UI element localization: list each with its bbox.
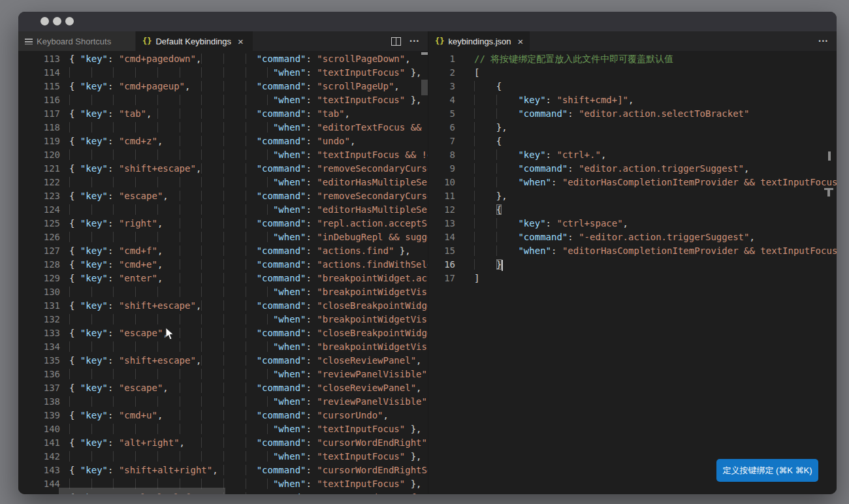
code-line[interactable]: 9 "command": "editor.action.triggerSugge… (428, 162, 837, 176)
code-line[interactable]: 8 "key": "ctrl+.", (428, 148, 837, 162)
indent-guide (201, 150, 223, 160)
indent-guide (267, 177, 272, 187)
code-line[interactable]: 124 "when": "editorHasMultipleSelections… (18, 203, 428, 217)
code-line[interactable]: 16 } (428, 258, 837, 272)
indent-guide (201, 95, 223, 105)
indent-guide (157, 204, 180, 215)
indent-guide (474, 163, 496, 174)
close-tab-icon[interactable]: × (238, 37, 244, 46)
code-line[interactable]: 136 "when": "reviewPanelVisible" }, (18, 368, 428, 381)
code-line[interactable]: 7 { (428, 134, 837, 148)
horizontal-scrollbar-thumb[interactable] (59, 488, 225, 494)
code-token: "shift+escape" (119, 355, 196, 366)
code-token: "repl.action.acceptSuggestion" (317, 218, 428, 228)
code-line[interactable]: 118 "when": "editorTextFocus && !editorR… (18, 121, 428, 134)
close-window-button[interactable] (40, 17, 49, 25)
split-editor-icon[interactable] (391, 37, 401, 46)
indent-guide (157, 108, 180, 119)
code-line[interactable]: 3 { (428, 80, 837, 93)
code-line[interactable]: 15 "when": "editorHasCompletionItemProvi… (428, 244, 837, 258)
more-actions-icon[interactable]: ••• (819, 38, 829, 44)
code-line[interactable]: 116 "when": "textInputFocus" }, (18, 93, 428, 107)
code-line[interactable]: 127{ "key": "cmd+f", "command": "actions… (18, 244, 428, 258)
indent-guide (113, 451, 135, 462)
code-line[interactable]: 131{ "key": "shift+escape", "command": "… (18, 299, 428, 313)
code-line[interactable]: 121{ "key": "shift+escape", "command": "… (18, 162, 428, 176)
code-token: "when" (273, 204, 306, 215)
code-line[interactable]: 134 "when": "breakpointWidgetVisible && … (18, 340, 428, 354)
code-line[interactable]: 114 "when": "textInputFocus" }, (18, 66, 428, 80)
code-line[interactable]: 4 "key": "shift+cmd+]", (428, 93, 837, 107)
maximize-window-button[interactable] (65, 17, 74, 25)
code-line[interactable]: 5 "command": "editor.action.selectToBrac… (428, 107, 837, 121)
vertical-scrollbar-thumb[interactable] (421, 80, 428, 95)
tab-default-keybindings[interactable]: {} Default Keybindings × (136, 31, 253, 51)
minimize-window-button[interactable] (53, 17, 61, 25)
default-keybindings-editor[interactable]: 113{ "key": "cmd+pagedown", "command": "… (18, 51, 428, 494)
code-line[interactable]: 122 "when": "editorHasMultipleSelections… (18, 176, 428, 189)
code-line[interactable]: 139{ "key": "cmd+u", "command": "cursorU… (18, 409, 428, 422)
indent-guide (157, 95, 180, 105)
indent-guide (223, 150, 246, 160)
indent-guide (135, 287, 157, 297)
indent-guide (246, 218, 257, 228)
indent-guide (180, 451, 202, 462)
code-token: }, (496, 122, 507, 133)
code-token: : (551, 245, 562, 256)
code-line[interactable]: 2[ (428, 66, 837, 80)
code-line[interactable]: 17] (428, 272, 837, 285)
code-line[interactable]: 125{ "key": "right", "command": "repl.ac… (18, 217, 428, 230)
indent-guide (201, 341, 223, 352)
code-line[interactable]: 135{ "key": "shift+escape", "command": "… (18, 354, 428, 368)
tab-keybindings-json[interactable]: {} keybindings.json × (428, 31, 530, 51)
tab-label: keybindings.json (448, 37, 511, 46)
code-line[interactable]: 137{ "key": "escape", "command": "closeR… (18, 381, 428, 395)
code-line[interactable]: 140 "when": "textInputFocus" }, (18, 422, 428, 436)
code-token: "command" (518, 108, 568, 119)
code-token: "textInputFocus" (317, 424, 405, 434)
code-line[interactable]: 12 { (428, 203, 837, 217)
keybindings-json-editor[interactable]: 1// 将按键绑定配置放入此文件中即可覆盖默认值2[3 {4 "key": "s… (428, 51, 837, 494)
code-line[interactable]: 11 }, (428, 189, 837, 203)
indent-guide (267, 424, 272, 434)
indent-guide (246, 95, 268, 105)
code-token: : (306, 424, 317, 434)
code-line[interactable]: 126 "when": "inDebugRepl && suggestWidge… (18, 230, 428, 244)
more-actions-icon[interactable]: ••• (410, 38, 420, 44)
code-line[interactable]: 10 "when": "editorHasCompletionItemProvi… (428, 176, 837, 189)
code-line[interactable]: 141{ "key": "alt+right", "command": "cur… (18, 436, 428, 450)
code-line[interactable]: 132 "when": "breakpointWidgetVisible && … (18, 313, 428, 326)
code-line[interactable]: 113{ "key": "cmd+pagedown", "command": "… (18, 52, 428, 66)
code-token: : (568, 163, 579, 174)
code-line[interactable]: 14 "command": "-editor.action.triggerSug… (428, 230, 837, 244)
code-line[interactable]: 120 "when": "textInputFocus && !editorRe… (18, 148, 428, 162)
code-token: "ctrl+." (556, 150, 600, 160)
line-number: 7 (428, 134, 455, 148)
code-line[interactable]: 13 "key": "ctrl+space", (428, 217, 837, 230)
code-line[interactable]: 117{ "key": "tab", "command": "tab", (18, 107, 428, 121)
indent-guide (91, 150, 114, 160)
code-token: "command" (257, 410, 306, 420)
code-line[interactable]: 1// 将按键绑定配置放入此文件中即可覆盖默认值 (428, 52, 837, 66)
code-token: "cmd+u" (119, 410, 157, 420)
code-line[interactable]: 133{ "key": "escape", "command": "closeB… (18, 326, 428, 340)
code-token: }, (496, 191, 507, 201)
indent-guide (246, 383, 257, 393)
code-line[interactable]: 123{ "key": "escape", "command": "remove… (18, 189, 428, 203)
indent-guide (246, 479, 268, 489)
indent-guide (474, 259, 496, 270)
code-line[interactable]: 115{ "key": "cmd+pageup", "command": "sc… (18, 80, 428, 93)
code-line[interactable]: 138 "when": "reviewPanelVisible" }, (18, 395, 428, 409)
code-line[interactable]: 119{ "key": "cmd+z", "command": "undo", (18, 134, 428, 148)
code-line[interactable]: 143{ "key": "shift+alt+right", "command"… (18, 464, 428, 477)
tab-keyboard-shortcuts[interactable]: Keyboard Shortcuts (18, 31, 136, 51)
code-line[interactable]: 129{ "key": "enter", "command": "breakpo… (18, 272, 428, 285)
close-tab-icon[interactable]: × (518, 37, 524, 46)
code-line[interactable]: 142 "when": "textInputFocus" }, (18, 450, 428, 464)
titlebar[interactable] (18, 12, 837, 31)
code-line[interactable]: 130 "when": "breakpointWidgetVisible && … (18, 285, 428, 299)
define-keybinding-button[interactable]: 定义按键绑定 (⌘K ⌘K) (716, 459, 818, 482)
code-line[interactable]: 128{ "key": "cmd+e", "command": "actions… (18, 258, 428, 272)
code-line[interactable]: 6 }, (428, 121, 837, 134)
code-token: "escape" (119, 328, 163, 338)
